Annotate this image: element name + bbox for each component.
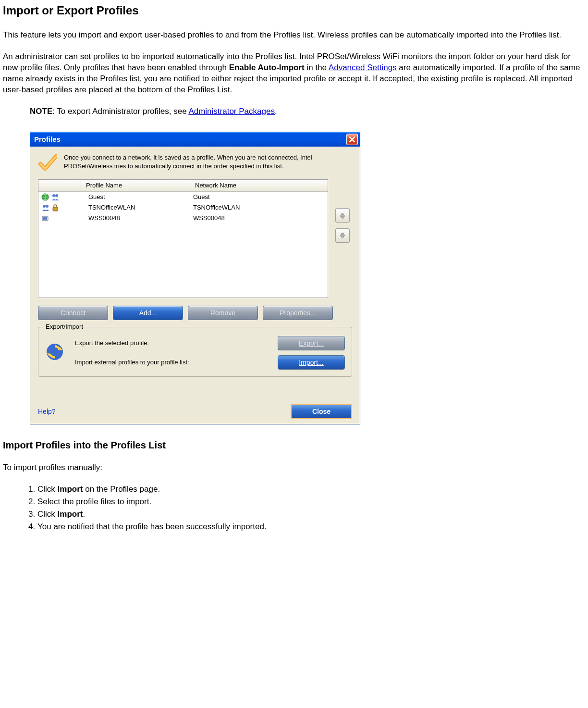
export-label: Export the selected profile: <box>75 339 272 348</box>
import-intro: To import profiles manually: <box>3 462 585 473</box>
export-import-group: Export/Import Export the selected profil… <box>38 327 352 377</box>
step-3: Click Import. <box>37 509 585 520</box>
people-icon <box>41 204 50 211</box>
step-text: . <box>83 509 85 519</box>
step-text: Select the profile files to import. <box>37 497 151 506</box>
step-text: on the Profiles page. <box>83 484 160 494</box>
note-label: NOTE <box>30 107 52 116</box>
step-1: Click Import on the Profiles page. <box>37 484 585 495</box>
group-legend: Export/Import <box>43 323 86 331</box>
device-icon <box>41 214 50 222</box>
p2-mid: in the <box>305 63 329 72</box>
remove-button[interactable]: Remove <box>188 306 258 320</box>
profiles-dialog: Profiles Once you connect to a network, … <box>30 132 360 424</box>
intro-paragraph-1: This feature lets you import and export … <box>3 30 585 41</box>
export-button[interactable]: Export... <box>278 336 345 350</box>
profile-name: TSNOfficeWLAN <box>85 203 189 212</box>
list-item[interactable]: WSS00048 WSS00048 <box>38 213 328 224</box>
move-down-button[interactable] <box>335 228 350 243</box>
svg-point-3 <box>55 194 58 197</box>
step-2: Select the profile files to import. <box>37 497 585 508</box>
help-link[interactable]: Help? <box>38 407 56 416</box>
properties-button[interactable]: Properties... <box>263 306 333 320</box>
lock-icon <box>51 204 60 211</box>
import-steps: Click Import on the Profiles page. Selec… <box>24 484 585 533</box>
arrow-down-icon <box>339 232 346 239</box>
col-network-name[interactable]: Network Name <box>191 180 328 191</box>
checkmark-icon <box>38 153 57 173</box>
column-headers: Profile Name Network Name <box>38 180 328 192</box>
add-button[interactable]: Add... <box>113 306 183 320</box>
profiles-list[interactable]: Profile Name Network Name Guest Guest <box>38 179 328 298</box>
step-bold: Import <box>58 484 83 494</box>
svg-rect-6 <box>53 207 58 211</box>
svg-point-4 <box>43 205 46 208</box>
p2-bold: Enable Auto-Import <box>229 63 305 72</box>
page-title: Import or Export Profiles <box>3 3 585 18</box>
dialog-intro-text: Once you connect to a network, it is sav… <box>64 153 352 170</box>
step-text: Click <box>37 484 58 494</box>
list-item[interactable]: Guest Guest <box>38 192 328 202</box>
close-button[interactable]: Close <box>291 404 352 419</box>
profile-name: Guest <box>85 193 189 201</box>
import-label: Import external profiles to your profile… <box>75 358 272 367</box>
step-text: You are notified that the profile has be… <box>37 522 267 531</box>
globe-icon <box>41 193 50 201</box>
arrow-up-icon <box>339 212 346 219</box>
network-name: WSS00048 <box>189 214 328 223</box>
network-name: TSNOfficeWLAN <box>189 203 328 212</box>
titlebar: Profiles <box>30 132 360 147</box>
step-bold: Import <box>58 509 83 519</box>
svg-rect-8 <box>43 217 47 220</box>
connect-button[interactable]: Connect <box>38 306 108 320</box>
profile-name: WSS00048 <box>85 214 189 223</box>
list-item[interactable]: TSNOfficeWLAN TSNOfficeWLAN <box>38 202 328 213</box>
sync-icon <box>45 342 69 364</box>
step-text: Click <box>37 509 58 519</box>
network-name: Guest <box>189 193 328 201</box>
svg-point-5 <box>46 205 49 208</box>
intro-paragraph-2: An administrator can set profiles to be … <box>3 51 585 96</box>
dialog-title: Profiles <box>34 135 346 144</box>
note-paragraph: NOTE: To export Administrator profiles, … <box>30 106 585 117</box>
move-up-button[interactable] <box>335 208 350 223</box>
svg-point-2 <box>52 194 55 197</box>
step-4: You are notified that the profile has be… <box>37 522 585 533</box>
import-button[interactable]: Import... <box>278 355 345 370</box>
section-import-title: Import Profiles into the Profiles List <box>3 439 585 452</box>
col-profile-name[interactable]: Profile Name <box>82 180 191 191</box>
administrator-packages-link[interactable]: Administrator Packages <box>188 107 275 116</box>
people-icon <box>51 193 60 201</box>
note-text: : To export Administrator profiles, see <box>52 107 188 116</box>
close-icon[interactable] <box>346 134 358 145</box>
note-after: . <box>275 107 277 116</box>
advanced-settings-link[interactable]: Advanced Settings <box>329 63 397 72</box>
